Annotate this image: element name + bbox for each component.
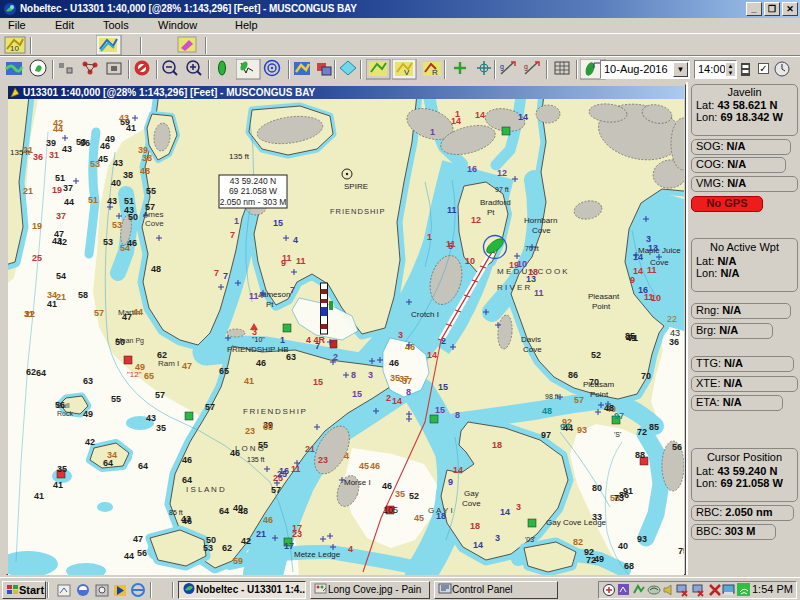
svg-text:47: 47 [133,534,143,544]
svg-text:63: 63 [83,376,93,386]
svg-text:4: 4 [293,235,298,245]
svg-text:46: 46 [230,448,240,458]
svg-text:22: 22 [25,309,35,319]
svg-text:64: 64 [103,458,113,468]
svg-text:21: 21 [23,145,33,155]
svg-text:44: 44 [64,197,74,207]
svg-text:Cove: Cove [532,226,551,235]
svg-text:3: 3 [368,370,373,380]
svg-text:15: 15 [352,389,362,399]
svg-text:15: 15 [273,218,283,228]
svg-text:43: 43 [107,196,117,206]
svg-text:50: 50 [206,535,216,545]
svg-text:36: 36 [669,337,679,347]
svg-text:55: 55 [146,186,156,196]
svg-text:Morse I: Morse I [344,478,371,487]
svg-text:14: 14 [453,465,463,475]
svg-text:18: 18 [470,521,480,531]
svg-text:52: 52 [409,491,419,501]
svg-text:68: 68 [624,561,634,571]
svg-text:3: 3 [495,533,500,543]
svg-text:18: 18 [436,511,446,521]
svg-text:21: 21 [23,186,33,196]
svg-text:Point: Point [592,302,611,311]
svg-text:57: 57 [271,485,281,495]
svg-text:44: 44 [133,307,143,317]
svg-text:13: 13 [528,267,538,277]
svg-text:40: 40 [233,503,243,513]
svg-text:36: 36 [33,152,43,162]
svg-text:43: 43 [119,113,129,123]
svg-text:56: 56 [672,442,682,452]
svg-text:46: 46 [389,358,399,368]
svg-text:86: 86 [568,370,578,380]
svg-text:57: 57 [205,402,215,412]
svg-text:97: 97 [541,430,551,440]
svg-text:39: 39 [46,138,56,148]
svg-text:"10": "10" [252,336,265,343]
svg-text:93: 93 [577,425,587,435]
svg-text:62: 62 [157,350,167,360]
svg-text:25: 25 [273,473,283,483]
svg-text:55: 55 [111,394,121,404]
svg-text:38: 38 [123,170,133,180]
svg-text:10: 10 [465,256,475,266]
svg-text:7: 7 [290,285,295,295]
svg-text:48: 48 [140,166,150,176]
svg-text:43: 43 [181,514,191,524]
svg-text:11: 11 [291,464,301,474]
svg-text:8: 8 [406,387,411,397]
svg-text:33: 33 [592,512,602,522]
svg-text:11: 11 [447,205,457,215]
svg-text:42: 42 [85,437,95,447]
svg-text:3: 3 [398,330,403,340]
svg-text:14: 14 [518,112,528,122]
svg-text:V: V [404,68,410,77]
svg-text:56: 56 [137,548,147,558]
svg-text:72: 72 [637,427,647,437]
svg-text:41: 41 [34,491,44,501]
svg-text:46: 46 [370,461,380,471]
svg-text:Gay: Gay [464,489,479,498]
svg-text:35: 35 [156,423,166,433]
svg-text:64: 64 [219,506,229,516]
svg-text:70: 70 [589,377,599,387]
svg-text:22: 22 [667,314,677,324]
svg-text:9: 9 [448,477,453,487]
svg-text:46: 46 [256,358,266,368]
svg-text:Cove: Cove [145,219,164,228]
svg-text:4: 4 [348,544,353,554]
svg-text:70: 70 [641,371,651,381]
svg-text:92: 92 [584,547,594,557]
svg-text:13: 13 [648,243,658,253]
svg-text:Cove: Cove [462,499,481,508]
svg-text:46: 46 [182,455,192,465]
svg-text:2: 2 [333,352,338,362]
svg-text:37: 37 [56,211,66,221]
svg-text:R: R [432,68,438,77]
svg-text:18: 18 [492,440,502,450]
svg-text:Crotch I: Crotch I [411,310,439,319]
svg-text:35: 35 [395,489,405,499]
svg-text:57: 57 [145,202,155,212]
svg-text:37: 37 [63,183,73,193]
svg-text:Davis: Davis [521,335,541,344]
svg-text:43: 43 [124,205,134,215]
svg-text:14: 14 [500,507,510,517]
svg-text:g: g [524,63,528,71]
svg-text:47: 47 [182,361,192,371]
svg-text:23: 23 [292,529,302,539]
svg-text:55: 55 [258,440,268,450]
svg-text:62: 62 [222,543,232,553]
svg-text:51: 51 [55,173,65,183]
svg-text:35: 35 [390,373,400,383]
svg-text:50: 50 [115,337,125,347]
svg-text:41: 41 [126,123,136,133]
svg-text:Pt: Pt [487,208,495,217]
svg-text:41: 41 [244,376,254,386]
svg-text:40: 40 [618,541,628,551]
svg-text:47: 47 [122,312,132,322]
svg-text:98 ft: 98 ft [545,393,559,400]
svg-text:135 ft: 135 ft [247,456,265,463]
svg-text:7: 7 [223,271,228,281]
